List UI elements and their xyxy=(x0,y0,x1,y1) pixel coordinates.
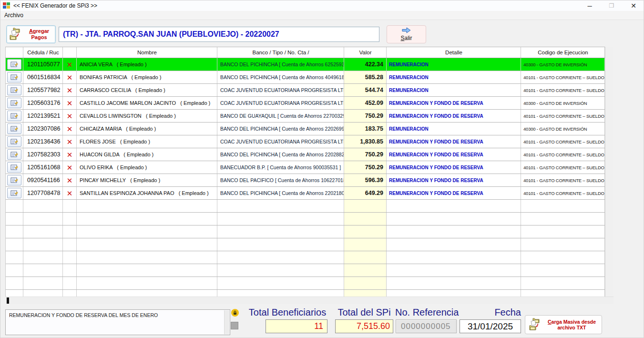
codigo-cell: 40101 - GASTO CORRIENTE – SUELDOS xyxy=(521,135,605,148)
cedula-cell: 1202139521 xyxy=(23,110,63,122)
edit-row-button[interactable] xyxy=(7,175,21,185)
table-row[interactable]: 1202139521 ✕ CEVALLOS LIWINSGTON ( Emple… xyxy=(6,110,605,123)
horizontal-scrollbar[interactable] xyxy=(5,297,613,304)
edit-row-button[interactable] xyxy=(7,162,21,173)
table-row[interactable]: 1201105077 ✕ ANICIA VERA ( Empleado ) BA… xyxy=(6,58,605,71)
banco-cell: BANCO DEL PICHINCHA [ Cuenta de Ahorros … xyxy=(217,71,344,83)
delete-cell: ✕ xyxy=(63,174,77,186)
titlebar: << FENIX Generador de SPi3 >> ─ ❐ ✕ xyxy=(0,0,644,11)
gray-square-button[interactable] xyxy=(231,322,238,329)
header-detalle: Detalle xyxy=(387,47,521,58)
empty-table-row xyxy=(6,264,605,277)
nombre-cell: FLORES JOSE ( Empleado ) xyxy=(77,135,217,148)
edit-row-button[interactable] xyxy=(7,123,21,134)
table-row[interactable]: 1205577982 ✕ CARRASCO CECILIA ( Empleado… xyxy=(6,84,605,97)
banco-cell: BANCO DEL PACIFICO [ Cuenta de Ahorros 1… xyxy=(217,174,344,186)
detalle-cell: REMUNERACION xyxy=(387,123,521,135)
total-beneficiarios-value: 11 xyxy=(266,319,327,333)
cedula-cell: 1201105077 xyxy=(23,58,63,71)
agregar-pagos-label: Agregar Pagos xyxy=(25,28,53,40)
valor-cell: 544.74 xyxy=(344,84,387,96)
codigo-cell: 40101 - GASTO CORRIENTE – SUELDOS xyxy=(521,110,605,122)
empty-table-row xyxy=(6,251,605,264)
edit-cell xyxy=(6,161,23,174)
edit-form-icon xyxy=(10,87,18,93)
no-referencia-label: No. Referencia xyxy=(395,307,457,318)
edit-row-button[interactable] xyxy=(7,72,21,82)
table-row[interactable]: 1205603176 ✕ CASTILLO JACOME MARLON JACI… xyxy=(6,97,605,110)
edit-row-button[interactable] xyxy=(7,149,21,160)
vertical-scrollbar[interactable] xyxy=(605,47,613,297)
delete-row-icon[interactable]: ✕ xyxy=(67,190,73,197)
header-banco: Banco / Tipo / No. Cta / xyxy=(217,47,344,58)
edit-row-button[interactable] xyxy=(7,136,21,147)
codigo-cell: 40300 - GASTO DE INVERSIÓN xyxy=(521,58,605,71)
edit-row-button[interactable] xyxy=(7,188,21,198)
edit-form-icon xyxy=(10,100,18,106)
edit-row-button[interactable] xyxy=(7,59,21,70)
maximize-button[interactable]: ❐ xyxy=(601,0,623,11)
delete-row-icon[interactable]: ✕ xyxy=(67,177,73,184)
salir-button[interactable]: Salir xyxy=(387,25,426,43)
lock-icon xyxy=(231,309,239,317)
valor-cell: 422.34 xyxy=(344,58,387,71)
detalle-cell: REMUNERACION xyxy=(387,84,521,96)
detalle-cell: REMUNERACION Y FONDO DE RESERVA xyxy=(387,110,521,122)
header-delete-column xyxy=(63,47,77,58)
edit-form-icon xyxy=(10,113,18,119)
valor-cell: 750.29 xyxy=(344,110,387,122)
close-button[interactable]: ✕ xyxy=(623,0,644,11)
delete-row-icon[interactable]: ✕ xyxy=(67,113,73,120)
table-row[interactable]: 1202307086 ✕ CHICAIZA MARIA ( Empleado )… xyxy=(6,123,605,135)
entity-title-field[interactable] xyxy=(59,27,379,42)
comment-scrollbar[interactable] xyxy=(224,310,229,334)
carga-masiva-button[interactable]: Carga Masiva desde archivo TXT xyxy=(525,315,602,334)
delete-row-icon[interactable]: ✕ xyxy=(67,61,73,68)
banco-cell: BANCO DEL PICHINCHA [ Cuenta de Ahorros … xyxy=(217,123,344,135)
edit-form-icon xyxy=(10,138,18,145)
delete-row-icon[interactable]: ✕ xyxy=(67,100,73,107)
codigo-cell: 40101 - GASTO CORRIENTE – SUELDOS xyxy=(521,71,605,83)
table-row[interactable]: 1207708478 ✕ SANTILLAN ESPINOZA JOHANNA … xyxy=(6,187,605,200)
carga-masiva-label: Carga Masiva desde archivo TXT xyxy=(545,319,599,330)
delete-row-icon[interactable]: ✕ xyxy=(67,74,73,81)
carga-masiva-folder-icon xyxy=(528,317,542,333)
edit-form-icon xyxy=(10,74,18,81)
delete-row-icon[interactable]: ✕ xyxy=(67,164,73,171)
header-codigo: Codigo de Ejecucion xyxy=(521,47,605,58)
table-row[interactable]: 1207582303 ✕ HUACON GILDA ( Empleado ) B… xyxy=(6,148,605,161)
edit-cell xyxy=(6,187,23,199)
nombre-cell: PINCAY MICHELLY ( Empleado ) xyxy=(77,174,217,186)
delete-row-icon[interactable]: ✕ xyxy=(67,87,73,94)
table-row[interactable]: 1202136436 ✕ FLORES JOSE ( Empleado ) CO… xyxy=(6,135,605,148)
codigo-cell: 40300 - GASTO DE INVERSIÓN xyxy=(521,97,605,109)
detalle-cell: REMUNERACION Y FONDO DE RESERVA xyxy=(387,161,521,174)
edit-cell xyxy=(6,123,23,135)
agregar-pagos-button[interactable]: Agregar Pagos xyxy=(6,25,56,43)
minimize-button[interactable]: ─ xyxy=(579,0,601,11)
comment-box[interactable]: REMUNERACION Y FONDO DE RESERVA DEL MES … xyxy=(5,309,230,335)
delete-cell: ✕ xyxy=(63,97,77,109)
delete-cell: ✕ xyxy=(63,110,77,122)
app-icon xyxy=(3,2,10,9)
edit-row-button[interactable] xyxy=(7,85,21,95)
table-row[interactable]: 0601516834 ✕ BONIFAS PATRICIA ( Empleado… xyxy=(6,71,605,84)
banco-cell: BANCO DEL PICHINCHA [ Cuenta de Ahorros … xyxy=(217,187,344,199)
comment-text: REMUNERACION Y FONDO DE RESERVA DEL MES … xyxy=(9,312,158,318)
delete-cell: ✕ xyxy=(63,161,77,174)
fecha-value[interactable]: 31/01/2025 xyxy=(460,319,521,333)
delete-row-icon[interactable]: ✕ xyxy=(67,125,73,133)
delete-row-icon[interactable]: ✕ xyxy=(67,151,73,158)
delete-row-icon[interactable]: ✕ xyxy=(67,138,73,145)
grid-header-row: Cédula / Ruc Nombre Banco / Tipo / No. C… xyxy=(5,47,605,58)
valor-cell: 452.09 xyxy=(344,97,387,109)
table-row[interactable]: 1205161068 ✕ OLIVO ERIKA ( Empleado ) BA… xyxy=(6,161,605,174)
nombre-cell: CHICAIZA MARIA ( Empleado ) xyxy=(77,123,217,135)
menu-archivo[interactable]: Archivo xyxy=(0,12,27,19)
detalle-cell: REMUNERACION Y FONDO DE RESERVA xyxy=(387,187,521,199)
edit-row-button[interactable] xyxy=(7,111,21,121)
edit-row-button[interactable] xyxy=(7,98,21,108)
horizontal-scrollbar-thumb[interactable] xyxy=(7,297,9,304)
table-row[interactable]: 0920541166 ✕ PINCAY MICHELLY ( Empleado … xyxy=(6,174,605,187)
total-spi-label: Total del SPi xyxy=(335,307,393,318)
